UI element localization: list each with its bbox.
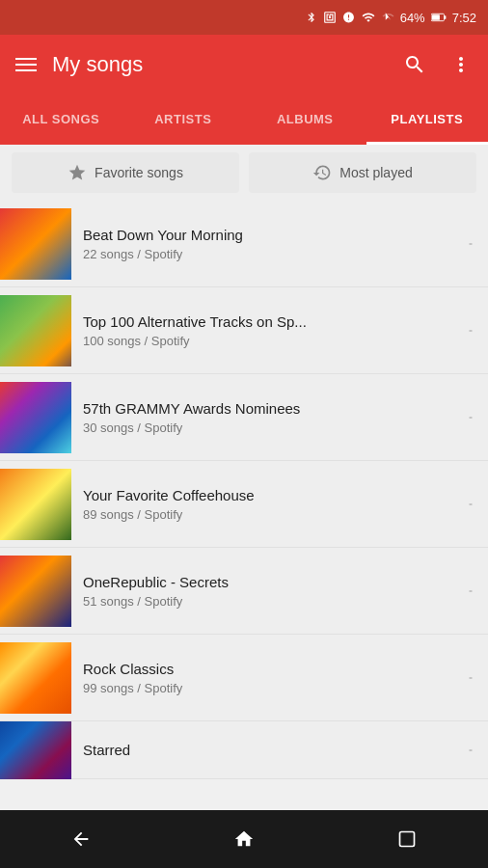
- playlist-menu-icon[interactable]: [461, 582, 480, 601]
- home-icon: [233, 828, 255, 850]
- svg-rect-3: [399, 832, 414, 847]
- playlist-meta: 89 songs / Spotify: [83, 507, 449, 522]
- list-item: Top 100 Alternative Tracks on Sp... 100 …: [0, 287, 488, 374]
- home-button[interactable]: [215, 820, 273, 858]
- playlist-menu-icon[interactable]: [461, 495, 480, 514]
- favorite-songs-label: Favorite songs: [95, 165, 183, 180]
- playlist-title: Rock Classics: [83, 661, 449, 677]
- list-item: Starred: [0, 721, 488, 779]
- bluetooth-icon: [306, 10, 317, 25]
- back-icon: [70, 828, 92, 850]
- battery-icon: [431, 12, 447, 23]
- status-icons: 64% 7:52: [306, 10, 476, 25]
- playlist-info: Beat Down Your Morning 22 songs / Spotif…: [83, 227, 449, 261]
- playlist-meta: 100 songs / Spotify: [83, 334, 449, 348]
- playlist-title: Your Favorite Coffeehouse: [83, 487, 449, 503]
- search-button[interactable]: [403, 53, 426, 76]
- bottom-navigation: [0, 810, 488, 868]
- time-text: 7:52: [452, 11, 476, 25]
- most-played-label: Most played: [339, 165, 412, 180]
- playlist-title: OneRepublic - Secrets: [83, 574, 449, 590]
- playlist-title: Starred: [83, 742, 449, 758]
- wifi-icon: [361, 11, 376, 24]
- tab-albums[interactable]: ALBUMS: [244, 95, 366, 143]
- playlist-menu-icon[interactable]: [461, 741, 480, 760]
- tab-artists[interactable]: ARTISTS: [122, 95, 245, 143]
- more-options-button[interactable]: [449, 53, 473, 76]
- status-bar: 64% 7:52: [0, 0, 488, 35]
- favorite-songs-button[interactable]: Favorite songs: [12, 152, 239, 193]
- alert-icon: [342, 11, 355, 24]
- battery-text: 64%: [400, 11, 425, 25]
- tab-all-songs[interactable]: ALL SONGS: [0, 95, 122, 143]
- tab-playlists[interactable]: PLAYLISTS: [366, 95, 489, 143]
- playlist-thumbnail: [0, 469, 71, 540]
- nfc-icon: [323, 11, 337, 24]
- list-item: Beat Down Your Morning 22 songs / Spotif…: [0, 201, 488, 287]
- playlist-menu-icon[interactable]: [461, 321, 480, 340]
- playlist-info: Starred: [83, 742, 449, 758]
- svg-rect-2: [432, 14, 440, 20]
- most-played-button[interactable]: Most played: [249, 152, 476, 193]
- playlist-thumbnail: [0, 556, 71, 627]
- playlist-meta: 51 songs / Spotify: [83, 594, 449, 609]
- playlist-meta: 99 songs / Spotify: [83, 681, 449, 695]
- playlist-menu-icon[interactable]: [461, 234, 480, 254]
- list-item: Rock Classics 99 songs / Spotify: [0, 635, 488, 721]
- playlist-title: 57th GRAMMY Awards Nominees: [83, 400, 449, 417]
- back-button[interactable]: [52, 820, 110, 858]
- playlist-title: Top 100 Alternative Tracks on Sp...: [83, 313, 449, 330]
- playlist-meta: 22 songs / Spotify: [83, 247, 449, 261]
- tab-bar: ALL SONGS ARTISTS ALBUMS PLAYLISTS: [0, 95, 488, 145]
- hamburger-menu-button[interactable]: [15, 58, 37, 71]
- playlist-meta: 30 songs / Spotify: [83, 420, 449, 435]
- signal-icon: [382, 11, 394, 24]
- playlist-info: Top 100 Alternative Tracks on Sp... 100 …: [83, 313, 449, 348]
- playlist-info: Rock Classics 99 songs / Spotify: [83, 661, 449, 695]
- playlist-thumbnail: [0, 208, 71, 280]
- history-icon: [312, 163, 332, 182]
- playlist-thumbnail: [0, 721, 71, 779]
- list-item: OneRepublic - Secrets 51 songs / Spotify: [0, 548, 488, 635]
- playlist-menu-icon[interactable]: [461, 408, 480, 427]
- playlist-thumbnail: [0, 382, 71, 453]
- playlist-info: OneRepublic - Secrets 51 songs / Spotify: [83, 574, 449, 609]
- playlist-thumbnail: [0, 295, 71, 366]
- playlist-title: Beat Down Your Morning: [83, 227, 449, 243]
- recent-apps-icon: [397, 829, 417, 849]
- main-content: Favorite songs Most played Beat Down You…: [0, 145, 488, 810]
- playlist-list: Beat Down Your Morning 22 songs / Spotif…: [0, 201, 488, 810]
- app-bar: My songs: [0, 35, 488, 95]
- list-item: Your Favorite Coffeehouse 89 songs / Spo…: [0, 461, 488, 548]
- playlist-info: Your Favorite Coffeehouse 89 songs / Spo…: [83, 487, 449, 522]
- list-item: 57th GRAMMY Awards Nominees 30 songs / S…: [0, 374, 488, 461]
- page-title: My songs: [52, 52, 388, 77]
- playlist-filter-buttons: Favorite songs Most played: [0, 145, 488, 201]
- playlist-info: 57th GRAMMY Awards Nominees 30 songs / S…: [83, 400, 449, 435]
- svg-rect-1: [445, 15, 447, 19]
- playlist-thumbnail: [0, 642, 71, 714]
- recent-apps-button[interactable]: [378, 820, 436, 858]
- playlist-menu-icon[interactable]: [461, 668, 480, 688]
- star-icon: [68, 163, 87, 182]
